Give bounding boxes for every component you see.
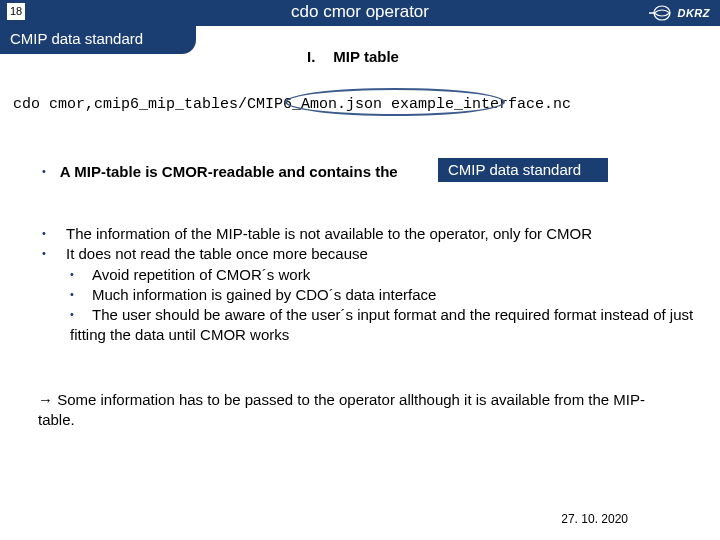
subtitle-tab: CMIP data standard (0, 26, 196, 54)
bullet-2b-sub3: The user should be aware of the user´s i… (70, 305, 694, 346)
bullet-2-block: The information of the MIP-table is not … (42, 224, 694, 346)
footer-date: 27. 10. 2020 (561, 512, 628, 526)
bullet-1: •A MIP-table is CMOR-readable and contai… (42, 163, 398, 180)
conclusion: → Some information has to be passed to t… (38, 390, 670, 431)
section-label: MIP table (333, 48, 399, 65)
section-heading: I.MIP table (307, 48, 399, 65)
svg-point-0 (654, 6, 670, 20)
bullet-2b-sub1: Avoid repetition of CMOR´s work (70, 265, 694, 285)
bullet-2a: The information of the MIP-table is not … (42, 224, 694, 244)
conclusion-text: Some information has to be passed to the… (38, 391, 645, 428)
bullet-2b: It does not read the table once more bec… (42, 244, 694, 264)
globe-icon (649, 5, 675, 21)
bullet-2b-sub2: Much information is gained by CDO´s data… (70, 285, 694, 305)
arrow-icon: → (38, 391, 53, 408)
logo-text: DKRZ (677, 7, 710, 19)
dkrz-logo: DKRZ (649, 3, 710, 23)
cmip-tag: CMIP data standard (438, 158, 608, 182)
slide-title: cdo cmor operator (0, 2, 720, 22)
section-number: I. (307, 48, 315, 65)
command-line: cdo cmor,cmip6_mip_tables/CMIP6_Amon.jso… (13, 96, 571, 113)
bullet-1-text: A MIP-table is CMOR-readable and contain… (60, 163, 398, 180)
slide-root: 18 cdo cmor operator DKRZ CMIP data stan… (0, 0, 720, 540)
bullet-icon: • (42, 165, 46, 177)
